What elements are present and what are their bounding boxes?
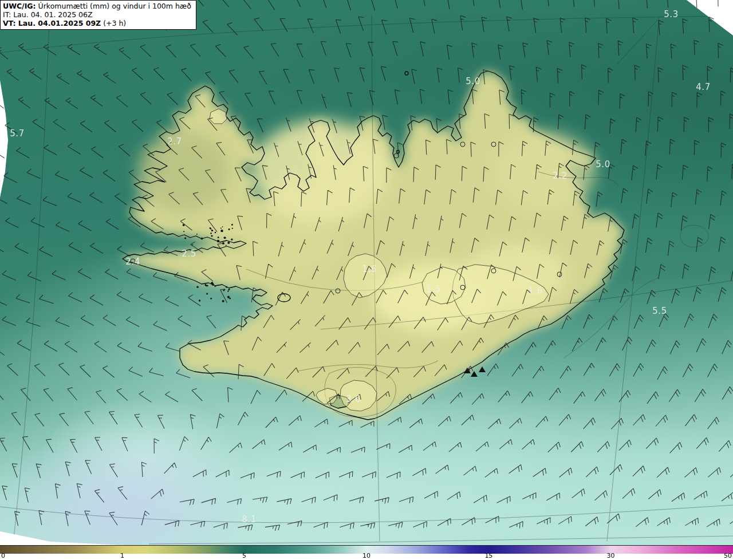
model-description: Úrkomumætti (mm) og vindur i 100m hæð [36, 2, 191, 10]
title-line-model: UWC/IG: Úrkomumætti (mm) og vindur i 100… [3, 2, 191, 10]
map-value-label: 2.2 [553, 171, 567, 181]
map-value-label: 3.6 [346, 394, 360, 404]
valid-time: VT: Lau. 04.01.2025 09Z [3, 19, 101, 27]
map-value-label: 8.1 [242, 514, 256, 524]
map-value-label: 1.6 [362, 264, 376, 274]
colorbar-tick: 50 [724, 553, 732, 559]
map-value-label: 5.0 [466, 76, 480, 86]
map-value-label: 1.5 [426, 284, 440, 294]
title-line-init: IT: Lau. 04. 01. 2025 06Z [3, 10, 191, 19]
map-value-label: 1.6 [528, 286, 542, 296]
colorbar-tick-labels: 01510153050 [0, 554, 733, 560]
colorbar-tick: 5 [242, 553, 246, 559]
map-value-label: 2.7 [167, 136, 182, 147]
map-value-label: 4.7 [696, 82, 710, 92]
map-value-label: 5.7 [10, 128, 24, 139]
map-value-label: 2.5 [182, 249, 196, 259]
map-value-label: 5.0 [596, 159, 610, 169]
colorbar-tick: 0 [1, 553, 5, 559]
colorbar-tick: 1 [120, 553, 124, 559]
map-value-label: 2.4 [125, 257, 140, 267]
colorbar-tick: 10 [362, 553, 371, 559]
map-value-label: 5.3 [664, 9, 678, 19]
map-canvas: 5.34.75.75.02.75.02.22.52.41.61.51.65.53… [0, 0, 733, 545]
title-line-valid: VT: Lau. 04.01.2025 09Z (+3 h) [3, 19, 191, 27]
title-box: UWC/IG: Úrkomumætti (mm) og vindur i 100… [0, 0, 196, 30]
weather-map-screenshot: 5.34.75.75.02.75.02.22.52.41.61.51.65.53… [0, 0, 733, 560]
model-id: UWC/IG: [3, 2, 36, 10]
colorbar-tick: 15 [484, 553, 492, 559]
colorbar-tick: 30 [607, 553, 615, 559]
map-value-label: 5.5 [652, 306, 667, 316]
